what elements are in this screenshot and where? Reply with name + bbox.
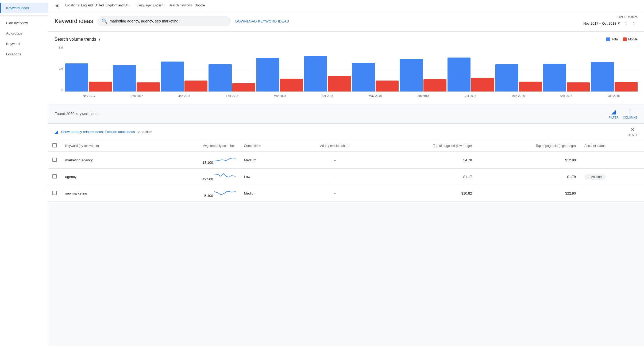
account-status-cell: In Account <box>580 169 644 185</box>
bar-mobile <box>567 82 590 92</box>
language-label: Language: <box>137 3 152 7</box>
bar-total <box>591 62 614 92</box>
header-ad-impression[interactable]: Ad impression share <box>294 140 375 152</box>
bar-mobile <box>232 83 255 92</box>
sidebar-toggle-button[interactable]: ◀ <box>53 2 60 9</box>
content-scroll: Search volume trends ▼ Total Mobile 6M <box>48 32 644 346</box>
bar-mobile <box>184 81 207 92</box>
bar-mobile <box>471 78 494 92</box>
keyword-cell: marketing agency <box>61 152 151 169</box>
header-checkbox[interactable] <box>52 143 57 147</box>
avg-monthly-cell: 49,500 <box>151 169 240 185</box>
chart-container: 6M 3M 0 Nov 2017Dec 2017Jan 2018Feb 2018… <box>55 46 638 100</box>
header-account-status[interactable]: Account status <box>580 140 644 152</box>
x-label: Sep 2018 <box>542 92 590 100</box>
top-page-high-cell: $1.79 <box>476 169 580 185</box>
legend-mobile-color <box>623 37 627 41</box>
bar-mobile <box>615 82 638 92</box>
results-actions: ◢ FILTER ⋮ COLUMNS <box>609 108 638 119</box>
page-title: Keyword ideas <box>55 18 93 25</box>
chart-legend: Total Mobile <box>606 37 638 41</box>
x-label: Nov 2017 <box>65 92 113 100</box>
bar-total <box>352 63 375 92</box>
add-filter-button[interactable]: Add filter <box>138 130 152 134</box>
header-avg-monthly[interactable]: Avg. monthly searches <box>151 140 240 152</box>
bar-mobile <box>137 82 160 92</box>
locations-label: Locations: <box>65 3 80 7</box>
chevron-down-icon: ▼ <box>617 21 620 25</box>
header-top-page-low[interactable]: Top of page bid (low range) <box>375 140 476 152</box>
bar-total <box>161 62 184 92</box>
filter-close-button[interactable]: ✕ RESET <box>628 127 638 136</box>
bar-mobile <box>376 81 399 92</box>
table-row: marketing agency18,100 Medium–$4.78$12.9… <box>48 152 644 169</box>
top-page-low-cell: $4.78 <box>375 152 476 169</box>
bar-total <box>304 56 327 92</box>
columns-button[interactable]: ⋮ COLUMNS <box>623 108 638 119</box>
date-range-value: Nov 2017 – Oct 2018 <box>583 21 616 25</box>
chart-bar-group <box>209 46 255 92</box>
chart-x-labels: Nov 2017Dec 2017Jan 2018Feb 2018Mar 2018… <box>65 92 638 100</box>
row-checkbox[interactable] <box>52 174 57 178</box>
filter-active-icon: ◢ <box>55 129 58 134</box>
search-networks-label: Search networks: <box>169 3 194 7</box>
chart-bar-group <box>352 46 399 92</box>
header-keyword[interactable]: Keyword (by relevance) <box>61 140 151 152</box>
top-page-low-cell: $10.82 <box>375 185 476 202</box>
chart-dropdown-icon[interactable]: ▼ <box>98 37 101 41</box>
date-range-select[interactable]: Nov 2017 – Oct 2018 ▼ <box>583 21 620 25</box>
sidebar-item-plan-overview[interactable]: Plan overview <box>0 18 48 28</box>
search-networks-value: Google <box>195 3 205 7</box>
locations-item: Locations: England, United Kingdom and U… <box>65 3 131 7</box>
row-checkbox[interactable] <box>52 191 57 195</box>
sidebar-item-ad-groups[interactable]: Ad groups <box>0 28 48 39</box>
bar-total <box>256 58 279 92</box>
table-row: agency49,500 Low–$1.17$1.79In Account <box>48 169 644 185</box>
top-page-low-cell: $1.17 <box>375 169 476 185</box>
table-row: seo marketing5,400 Medium–$10.82$22.90 <box>48 185 644 202</box>
row-checkbox[interactable] <box>52 158 57 162</box>
locations-value: England, United Kingdom and Un... <box>81 3 131 7</box>
prev-date-button[interactable]: ‹ <box>622 20 629 27</box>
legend-mobile: Mobile <box>623 37 638 41</box>
bar-mobile <box>328 76 351 92</box>
x-label: Aug 2018 <box>495 92 542 100</box>
legend-total-color <box>606 37 610 41</box>
columns-icon: ⋮ <box>627 108 633 115</box>
sidebar-item-locations[interactable]: Locations <box>0 49 48 59</box>
account-status-cell <box>580 152 644 169</box>
filter-button[interactable]: ◢ FILTER <box>609 108 619 119</box>
keyword-cell: agency <box>61 169 151 185</box>
next-date-button[interactable]: › <box>630 20 638 27</box>
chart-bar-group <box>495 46 542 92</box>
top-page-high-cell: $22.90 <box>476 185 580 202</box>
chart-header: Search volume trends ▼ Total Mobile <box>55 37 638 42</box>
chart-bar-group <box>161 46 208 92</box>
page-header: Keyword ideas 🔍 DOWNLOAD KEYWORD IDEAS L… <box>48 11 644 32</box>
ad-impression-cell: – <box>294 169 375 185</box>
sparkline-chart <box>214 172 236 180</box>
sidebar-item-keyword-ideas[interactable]: Keyword ideas <box>0 3 48 13</box>
chart-bar-group <box>113 46 160 92</box>
top-page-high-cell: $12.90 <box>476 152 580 169</box>
x-label: Apr 2018 <box>304 92 351 100</box>
chart-bar-group <box>400 46 446 92</box>
competition-cell: Medium <box>240 185 295 202</box>
sidebar-divider <box>0 15 48 16</box>
header-top-page-high[interactable]: Top of page bid (high range) <box>476 140 580 152</box>
results-header: Found 2060 keyword ideas ◢ FILTER ⋮ COLU… <box>48 104 644 124</box>
chart-section: Search volume trends ▼ Total Mobile 6M <box>48 32 644 104</box>
date-range-section: Last 12 months Nov 2017 – Oct 2018 ▼ ‹ › <box>583 15 638 27</box>
header-competition[interactable]: Competition <box>240 140 295 152</box>
download-button[interactable]: DOWNLOAD KEYWORD IDEAS <box>235 19 289 23</box>
search-box[interactable]: 🔍 <box>97 16 231 26</box>
sidebar-item-keywords[interactable]: Keywords <box>0 39 48 49</box>
y-label-0: 0 <box>55 88 63 92</box>
search-input[interactable] <box>110 19 227 23</box>
chart-y-axis: 6M 3M 0 <box>55 46 65 92</box>
legend-total-label: Total <box>612 37 618 41</box>
main-content: ◀ Locations: England, United Kingdom and… <box>48 0 644 346</box>
sidebar: Keyword ideas Plan overview Ad groups Ke… <box>0 0 48 346</box>
filter-description[interactable]: Show broadly related ideas; Exclude adul… <box>61 130 135 134</box>
bar-mobile <box>519 82 542 92</box>
